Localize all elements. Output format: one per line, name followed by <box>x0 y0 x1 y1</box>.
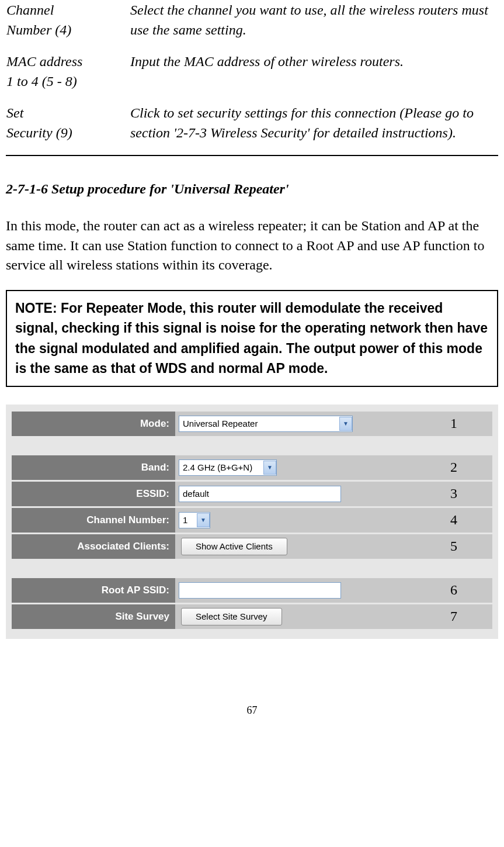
annotation-5: 5 <box>450 537 457 556</box>
chevron-down-icon: ▼ <box>263 461 276 475</box>
channel-label: Channel Number: <box>12 508 175 533</box>
annotation-7: 7 <box>450 607 457 627</box>
note-box: NOTE: For Repeater Mode, this router wil… <box>6 290 498 387</box>
def-desc: Click to set security settings for this … <box>130 103 498 155</box>
root-ap-label: Root AP SSID: <box>12 578 175 603</box>
clients-label: Associated Clients: <box>12 534 175 559</box>
def-desc: Select the channel you want to use, all … <box>130 0 498 51</box>
section-heading: 2-7-1-6 Setup procedure for 'Universal R… <box>6 179 498 199</box>
annotation-3: 3 <box>450 484 457 504</box>
channel-select[interactable]: 1 ▼ <box>179 512 210 528</box>
site-survey-label: Site Survey <box>12 604 175 629</box>
definitions-table: Channel Number (4) Select the channel yo… <box>6 0 498 156</box>
page-number: 67 <box>6 703 498 718</box>
show-active-clients-button[interactable]: Show Active Clients <box>181 538 287 555</box>
def-term: Channel Number (4) <box>6 0 130 51</box>
def-term: Set Security (9) <box>6 103 130 155</box>
annotation-4: 4 <box>450 510 457 530</box>
band-label: Band: <box>12 455 175 480</box>
annotation-6: 6 <box>450 580 457 600</box>
mode-select[interactable]: Universal Repeater ▼ <box>179 416 353 432</box>
def-term: MAC address 1 to 4 (5 - 8) <box>6 51 130 103</box>
mode-label: Mode: <box>12 412 175 436</box>
select-site-survey-button[interactable]: Select Site Survey <box>181 608 282 625</box>
router-config-panel: Mode: Universal Repeater ▼ 1 Band: 2.4 G… <box>6 405 498 639</box>
band-select[interactable]: 2.4 GHz (B+G+N) ▼ <box>179 459 277 476</box>
root-ap-ssid-input[interactable] <box>179 582 341 599</box>
annotation-1: 1 <box>450 414 457 434</box>
essid-input[interactable]: default <box>179 486 341 502</box>
chevron-down-icon: ▼ <box>197 513 210 527</box>
annotation-2: 2 <box>450 458 457 478</box>
body-paragraph: In this mode, the router can act as a wi… <box>6 216 498 275</box>
chevron-down-icon: ▼ <box>339 417 352 431</box>
essid-label: ESSID: <box>12 482 175 506</box>
def-desc: Input the MAC address of other wireless … <box>130 51 498 103</box>
